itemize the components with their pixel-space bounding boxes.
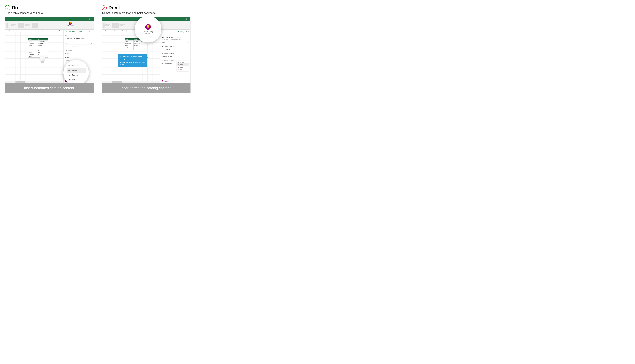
list-item[interactable]: Contoso 60 - 65w Equal: [65, 45, 92, 48]
column-header[interactable]: H: [14, 30, 22, 32]
minimize-icon[interactable]: –: [183, 18, 184, 20]
table-row: DescriptionWarm white: [28, 42, 48, 44]
taskpane-close-icon[interactable]: ×: [91, 31, 92, 32]
dropdown-item-pin[interactable]: 📌Pin: [177, 68, 189, 71]
hamburger-icon[interactable]: ☰: [65, 34, 92, 36]
menu-item-insert[interactable]: ⇥Insert: [67, 68, 86, 73]
table-header: Value: [37, 38, 48, 40]
horizontal-scrollbar[interactable]: [5, 81, 63, 83]
minimize-icon[interactable]: –: [86, 18, 87, 20]
dont-screenshot: – □ ×: [102, 17, 190, 83]
status-bar: ▦▥▤ – ——— + 100%: [102, 83, 190, 83]
do-caption: Insert formatted catalog content.: [5, 83, 94, 93]
table-row: Hours24000: [28, 48, 48, 50]
pin-icon: 📌: [68, 79, 71, 81]
dropdown-item-insert[interactable]: ⇥Insert: [177, 64, 189, 66]
instruction-callout: A. First launch from the ribbon parts ca…: [118, 54, 147, 67]
view-icons[interactable]: ≡ ⊞: [90, 42, 92, 44]
table-row: Name60 - 65w Equal: [28, 40, 48, 42]
table-row: Temp2700: [125, 46, 145, 48]
close-icon[interactable]: ×: [188, 18, 189, 20]
table-header: Lable: [28, 38, 37, 40]
table-row: Lumens1600: [28, 50, 48, 52]
status-bar: ▦▥▤ – ——— + 100%: [5, 83, 94, 83]
dont-subtitle: Communicate more than one point per imag…: [102, 12, 190, 14]
column-header[interactable]: J: [30, 30, 38, 32]
list-item[interactable]: Contoso 60 - 65w Equal: [161, 45, 189, 48]
list-item[interactable]: Contoso 85w: [65, 48, 92, 52]
taskpane-heading: LED - R30 - 2700K - Warm White: [161, 37, 189, 38]
more-icon[interactable]: •••: [187, 52, 189, 54]
zoom-label-1: Parts Catalog: [143, 31, 153, 32]
column-header[interactable]: G: [5, 30, 14, 32]
table-row: Hours24000: [125, 48, 145, 50]
parts-catalog-ribbon-button[interactable]: 💡 Parts Catalog Contoso: [67, 22, 74, 28]
column-header[interactable]: I: [22, 30, 30, 32]
dont-title: Don't: [108, 5, 120, 10]
column-header[interactable]: M: [55, 30, 63, 32]
column-header[interactable]: J: [127, 30, 135, 32]
list-item[interactable]: Contoso 60 - 65w Equal•••: [161, 52, 189, 55]
sort-label[interactable]: Name: [65, 42, 68, 44]
format-icon: ⚙: [68, 74, 71, 76]
column-header[interactable]: K: [39, 30, 47, 32]
dropdown-menu: ◉Preview⇥Insert⚙Format📌Pin: [177, 61, 189, 71]
taskpane-dropdown-icon[interactable]: ▾: [186, 31, 187, 32]
preview-icon: ◉: [178, 62, 179, 63]
taskpane-dropdown-icon[interactable]: ▾: [89, 31, 90, 32]
ribbon-button-label-2: Contoso: [67, 26, 74, 28]
list-item[interactable]: Contoso 85w Equal: [161, 55, 189, 58]
column-header[interactable]: I: [118, 30, 127, 32]
context-menu: ◉Preview⇥Insert⚙Format📌Pin: [67, 63, 86, 82]
taskpane-title-partial: Catalog: [178, 30, 184, 32]
checkmark-icon: [5, 5, 10, 10]
taskpane-subheading: 16 results in LED - R30 - 60-65 Watt Equ…: [65, 39, 92, 40]
ribbon-button-label-1: Parts Catalog: [67, 25, 74, 26]
dont-column: Don't Communicate more than one point pe…: [102, 5, 190, 93]
table-header: Lable: [125, 38, 134, 40]
lightbulb-image: [40, 56, 46, 66]
taskpane-subheading: 16 results in LED - R30 - 60-65 Watt Equ…: [161, 39, 189, 40]
dont-caption: Insert formatted catalog content.: [102, 83, 190, 93]
do-column: Do Use simple captions & call-outs. – □ …: [5, 5, 94, 93]
callout-line-b: B. Then insert from the menu item drop d…: [120, 61, 145, 65]
list-item[interactable]: Contoso: [65, 52, 92, 56]
preview-icon: ◉: [68, 65, 71, 67]
dropdown-item-format[interactable]: ⚙Format: [177, 66, 189, 68]
cross-icon: [102, 5, 107, 10]
ribbon: 💡 Parts Catalog Contoso: [5, 21, 94, 30]
maximize-icon[interactable]: □: [186, 18, 187, 20]
zoom-label-2: Contoso: [143, 32, 153, 34]
table-row: DimmableYes: [28, 54, 48, 56]
column-header[interactable]: H: [110, 30, 118, 32]
menu-item-format[interactable]: ⚙Format: [67, 73, 86, 77]
maximize-icon[interactable]: □: [89, 18, 90, 20]
table-row: BrandConsoto: [125, 44, 145, 46]
taskpane-footer: CContoso: [160, 80, 190, 83]
column-header[interactable]: L: [47, 30, 55, 32]
menu-item-pin[interactable]: 📌Pin: [67, 77, 86, 82]
taskpane-heading: LED - R30 - 2700K - Warm White: [65, 38, 92, 39]
view-icons[interactable]: ≡ ⊞: [187, 42, 189, 43]
task-pane: x Catalog ▾× LED - R30 - 2700K - Warm Wh…: [160, 30, 190, 83]
menu-item-preview[interactable]: ◉Preview: [67, 63, 86, 68]
dropdown-item-preview[interactable]: ◉Preview: [177, 61, 189, 64]
sort-label[interactable]: Name: [161, 42, 165, 43]
column-header[interactable]: G: [102, 30, 110, 32]
list-item[interactable]: Contoso: [65, 56, 92, 59]
lightbulb-icon: 💡: [145, 24, 151, 30]
format-icon: ⚙: [178, 66, 179, 68]
horizontal-scrollbar[interactable]: [102, 81, 160, 83]
table-row: BrandConsoto: [28, 44, 48, 46]
taskpane-title: Contoso Parts Catalog: [65, 30, 82, 32]
table-row: ShapeBR30: [28, 52, 48, 54]
callout-line-a: A. First launch from the ribbon parts ca…: [120, 56, 145, 60]
lightbulb-icon: 💡: [69, 22, 72, 25]
do-subtitle: Use simple captions & call-outs.: [6, 12, 94, 14]
taskpane-close-icon[interactable]: ×: [188, 31, 189, 32]
close-icon[interactable]: ×: [92, 18, 93, 20]
list-item[interactable]: Contoso 85w Equal: [161, 48, 189, 52]
pin-icon: 📌: [178, 69, 179, 70]
spreadsheet-grid[interactable]: GHIJKLM LableValueName60 - 65w EqualDesc…: [5, 30, 63, 83]
data-table: LableValueName60 - 65w EqualDescriptionW…: [28, 38, 48, 58]
